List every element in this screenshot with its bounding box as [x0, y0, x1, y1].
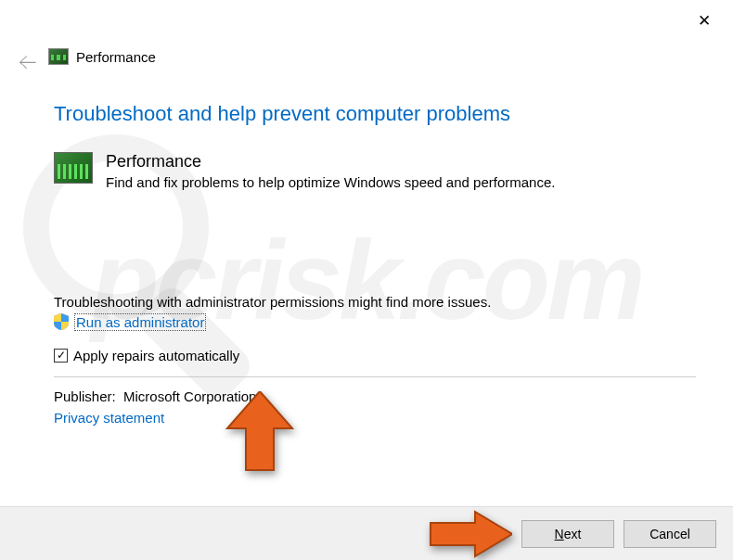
page-heading: Troubleshoot and help prevent computer p…: [54, 102, 696, 126]
performance-icon: [54, 152, 93, 184]
performance-mini-icon: [48, 48, 69, 65]
apply-repairs-checkbox[interactable]: ✓ Apply repairs automatically: [54, 348, 696, 363]
shield-icon: [54, 313, 69, 330]
back-arrow-icon[interactable]: 🡠: [19, 52, 37, 73]
next-button[interactable]: Next: [521, 520, 614, 548]
close-icon[interactable]: ✕: [698, 11, 711, 31]
run-as-admin-link[interactable]: Run as administrator: [74, 313, 206, 331]
footer-bar: Next Cancel: [0, 506, 733, 560]
cancel-button[interactable]: Cancel: [624, 520, 716, 548]
publisher-value: Microsoft Corporation: [123, 388, 256, 404]
section-title: Performance: [106, 152, 555, 172]
publisher-label: Publisher:: [54, 388, 116, 404]
privacy-statement-link[interactable]: Privacy statement: [54, 410, 164, 426]
window-title: Performance: [76, 49, 156, 65]
section-description: Find and fix problems to help optimize W…: [106, 172, 555, 192]
checkbox-icon[interactable]: ✓: [54, 349, 68, 363]
apply-repairs-label: Apply repairs automatically: [73, 348, 239, 363]
divider: [54, 376, 696, 377]
admin-note: Troubleshooting with administrator permi…: [54, 294, 696, 310]
